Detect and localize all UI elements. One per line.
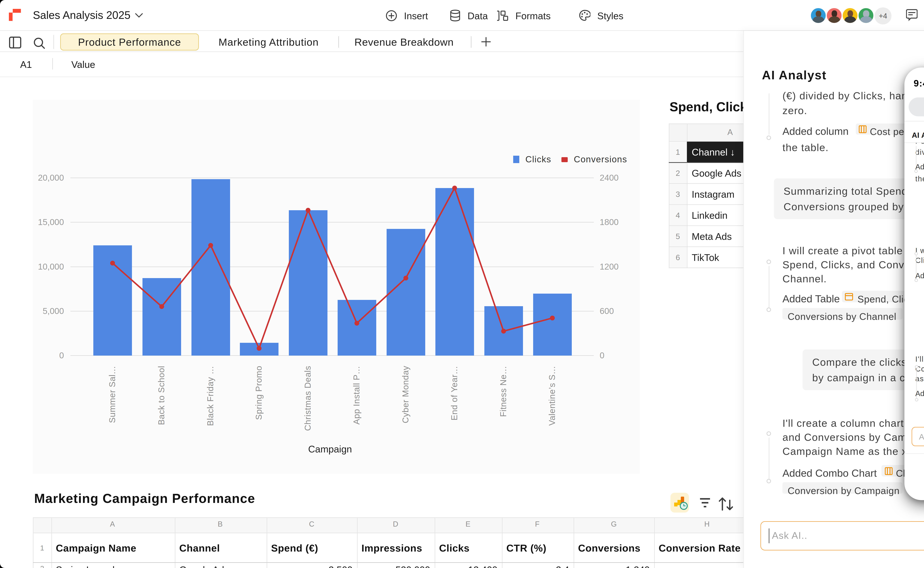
- svg-text:Christmas Deals: Christmas Deals: [303, 366, 312, 431]
- svg-text:10,000: 10,000: [38, 262, 64, 272]
- svg-text:Black Friday …: Black Friday …: [205, 366, 215, 426]
- svg-text:App Install P…: App Install P…: [352, 366, 361, 424]
- svg-text:1200: 1200: [600, 262, 618, 272]
- svg-text:5,000: 5,000: [43, 306, 64, 316]
- svg-text:0: 0: [59, 350, 64, 360]
- svg-text:15,000: 15,000: [38, 217, 64, 227]
- svg-text:Valentine’s S…: Valentine’s S…: [547, 366, 557, 426]
- svg-text:Spring Promo: Spring Promo: [254, 366, 264, 420]
- svg-text:Back to School: Back to School: [157, 366, 166, 425]
- svg-text:Fitness Ne…: Fitness Ne…: [498, 366, 508, 417]
- svg-text:600: 600: [600, 306, 614, 316]
- svg-text:Summer Sal…: Summer Sal…: [107, 366, 117, 423]
- svg-text:0: 0: [600, 350, 604, 360]
- svg-text:1800: 1800: [600, 217, 618, 227]
- svg-text:Conversions: Conversions: [574, 154, 627, 164]
- svg-text:End of Year…: End of Year…: [449, 366, 459, 420]
- svg-text:20,000: 20,000: [38, 173, 64, 183]
- svg-text:2400: 2400: [600, 173, 618, 183]
- svg-text:Clicks: Clicks: [525, 154, 551, 164]
- svg-text:Cyber Monday: Cyber Monday: [401, 366, 410, 423]
- svg-text:Campaign: Campaign: [308, 444, 352, 455]
